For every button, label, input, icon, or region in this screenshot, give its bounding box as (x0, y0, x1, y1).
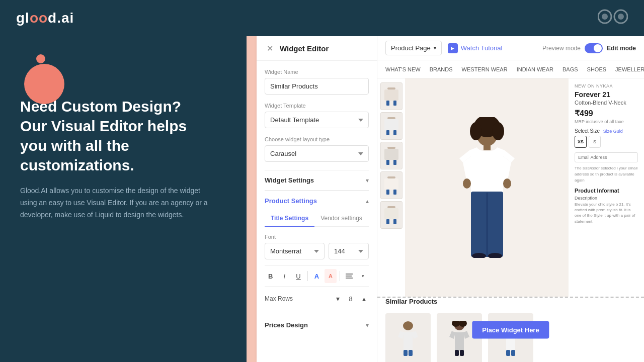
toolbar-separator-2 (340, 271, 340, 281)
editor-title: Widget Editor (280, 44, 329, 53)
svg-rect-44 (455, 350, 459, 356)
font-size-wrap: 144 (329, 243, 369, 259)
prices-design-chevron: ▾ (366, 322, 369, 329)
place-widget-button[interactable]: Place Widget Here (472, 321, 549, 339)
similar-card-1[interactable] (385, 313, 431, 362)
nav-shoes[interactable]: SHOES (587, 66, 607, 72)
widget-settings-section[interactable]: Widget Settings ▾ (265, 170, 369, 190)
widget-editor-panel: ✕ Widget Editor Widget Name Widget Templ… (257, 36, 377, 362)
size-s[interactable]: S (589, 136, 601, 148)
close-button[interactable]: ✕ (265, 43, 275, 53)
page-selector[interactable]: Product Page ▾ (385, 41, 442, 55)
product-content: NEW ON NYKAA Forever 21 Cotton-Blend V-N… (377, 78, 644, 297)
widget-name-label: Widget Name (265, 69, 369, 75)
logo: glood.ai (16, 10, 74, 26)
italic-button[interactable]: I (279, 269, 291, 283)
watch-tutorial-label: Watch Tutorial (461, 44, 503, 52)
nav-western-wear[interactable]: WESTERN WEAR (462, 66, 508, 72)
email-notify-input[interactable] (575, 152, 638, 162)
widget-name-input[interactable] (265, 78, 369, 95)
svg-rect-19 (387, 176, 395, 178)
edit-mode-label: Edit mode (607, 45, 636, 52)
product-settings-tabs: Title Settings Vendor settings (265, 211, 369, 227)
underline-button[interactable]: U (292, 269, 304, 283)
highlight-button[interactable]: A (325, 269, 337, 283)
decorative-dot-small (36, 54, 45, 63)
thumbnail-5[interactable] (380, 201, 403, 229)
max-rows-row: Max Rows ▾ 8 ▴ (265, 294, 369, 304)
align-options-button[interactable]: ▾ (357, 269, 369, 283)
font-select-wrap: Montserrat (265, 243, 325, 259)
thumbnail-3[interactable] (380, 142, 403, 169)
main-content: Need Custom Design? Our Visual Editor he… (0, 36, 644, 362)
top-bar: glood.ai (0, 0, 644, 36)
svg-rect-48 (511, 350, 515, 356)
svg-rect-24 (384, 208, 398, 219)
svg-rect-26 (393, 219, 396, 224)
font-row: Montserrat 144 (265, 243, 369, 259)
svg-point-1 (602, 14, 608, 20)
thumbnail-4[interactable] (380, 171, 403, 199)
main-product-image (405, 78, 569, 297)
svg-rect-12 (384, 119, 398, 130)
svg-rect-23 (387, 206, 395, 208)
align-button[interactable] (343, 269, 355, 283)
product-settings-chevron: ▴ (366, 198, 369, 205)
widget-settings-chevron: ▾ (366, 177, 369, 184)
size-xs[interactable]: XS (575, 136, 587, 148)
svg-rect-16 (384, 149, 398, 160)
max-rows-decrement[interactable]: ▾ (333, 294, 343, 304)
similar-products-label: Similar Products (377, 298, 644, 305)
font-size-select[interactable]: 144 (329, 243, 369, 259)
font-select[interactable]: Montserrat (265, 243, 325, 259)
svg-rect-39 (404, 350, 408, 356)
size-options: XS S (575, 136, 638, 148)
layout-type-select[interactable]: Carausel (265, 145, 369, 162)
prices-design-section[interactable]: Prices Design ▾ (265, 315, 369, 335)
product-settings-label: Product Settings (265, 197, 317, 205)
thumbnail-1[interactable] (380, 82, 403, 110)
widget-settings-label: Widget Settings (265, 176, 314, 184)
mode-toggle-switch[interactable] (585, 43, 603, 53)
bold-button[interactable]: B (265, 269, 277, 283)
right-panel: ✕ Widget Editor Widget Name Widget Templ… (247, 36, 644, 362)
svg-rect-9 (386, 101, 389, 106)
size-label: Select Size Size Guid (575, 128, 638, 134)
description-label: Description (575, 196, 638, 201)
editor-header: ✕ Widget Editor (257, 36, 377, 61)
svg-rect-31 (484, 143, 491, 150)
nav-whats-new[interactable]: WHAT'S NEW (385, 66, 421, 72)
tab-title-settings[interactable]: Title Settings (265, 211, 314, 227)
nav-brands[interactable]: BRANDS (430, 66, 453, 72)
nav-jewellery[interactable]: JEWELLERY (615, 66, 644, 72)
svg-rect-18 (393, 160, 396, 165)
max-rows-increment[interactable]: ▴ (359, 294, 369, 304)
preview-mode-label: Preview mode (542, 45, 581, 52)
product-brand: Forever 21 (575, 90, 638, 99)
tab-vendor-settings[interactable]: Vendor settings (314, 211, 368, 227)
svg-rect-14 (393, 130, 396, 135)
text-color-button[interactable]: A (311, 269, 323, 283)
svg-point-38 (403, 321, 413, 330)
nav-bags[interactable]: BAGS (562, 66, 578, 72)
product-info-panel: NEW ON NYKAA Forever 21 Cotton-Blend V-N… (569, 78, 644, 297)
formatting-toolbar: B I U A A ▾ (265, 265, 369, 287)
nav-indian-wear[interactable]: INDIAN WEAR (517, 66, 553, 72)
svg-rect-21 (386, 190, 389, 195)
thumbnail-2[interactable] (380, 112, 403, 140)
watch-tutorial-button[interactable]: ▶ Watch Tutorial (448, 43, 503, 53)
mode-toggle: Preview mode Edit mode (542, 43, 636, 53)
size-guide-link[interactable]: Size Guid (603, 129, 623, 134)
max-rows-stepper: ▾ 8 ▴ (333, 294, 369, 304)
svg-rect-13 (386, 130, 389, 135)
widget-template-group: Widget Template Default Template (265, 103, 369, 128)
preview-topbar: Product Page ▾ ▶ Watch Tutorial Preview … (377, 36, 644, 60)
font-label: Font (265, 234, 369, 240)
widget-template-select[interactable]: Default Template (265, 112, 369, 128)
svg-rect-17 (386, 160, 389, 165)
product-nav: WHAT'S NEW BRANDS WESTERN WEAR INDIAN WE… (377, 60, 644, 78)
toggle-knob (594, 44, 602, 52)
svg-point-29 (470, 122, 482, 140)
product-info-title: Product Informat (575, 188, 638, 194)
product-settings-section[interactable]: Product Settings ▴ (265, 191, 369, 211)
